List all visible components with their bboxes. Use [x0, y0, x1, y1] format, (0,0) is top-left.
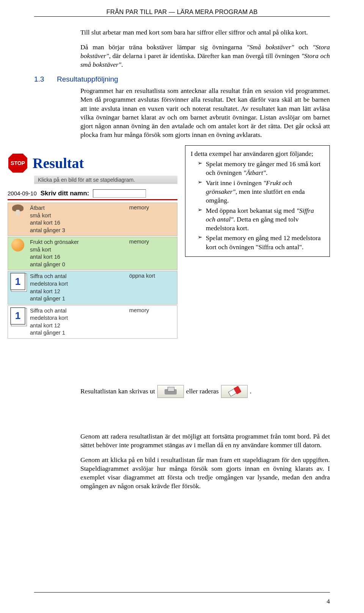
- example-bullet: Spelat memory tre gånger med 16 små kort…: [198, 160, 324, 178]
- row-thumb[interactable]: [8, 203, 28, 217]
- intro-para-2: Då man börjar träna bokstäver lämpar sig…: [80, 43, 330, 69]
- orange-icon: [11, 239, 24, 251]
- row-mode: öppna kort: [128, 271, 177, 280]
- result-subtitle: Klicka på en bild för att se stapeldiagr…: [34, 176, 177, 184]
- print-button[interactable]: [157, 385, 184, 398]
- row-thumb[interactable]: [8, 237, 28, 253]
- text: .: [250, 387, 251, 395]
- name-input[interactable]: [93, 189, 146, 198]
- section-heading: 1.3 Resultatuppföljning: [34, 75, 330, 83]
- row-mode: memory: [128, 203, 177, 212]
- eraser-icon: [228, 386, 240, 396]
- text: Varit inne i övningen: [206, 179, 264, 187]
- text: .: [266, 169, 267, 176]
- tail-para-2: Genom att klicka på en bild i resultatli…: [80, 456, 330, 490]
- mushroom-icon: [11, 204, 24, 216]
- tail-para-1: Genom att radera resultatlistan är det m…: [80, 432, 330, 450]
- result-row[interactable]: Ätbartsmå kortantal kort 16antal gånger …: [8, 203, 177, 236]
- result-screenshot: STOP Resultat Klicka på en bild för att …: [8, 153, 177, 340]
- row-thumb[interactable]: 1: [8, 271, 28, 292]
- text: Då man börjar träna bokstäver lämpar sig…: [80, 43, 247, 51]
- footer-rule: [34, 592, 330, 593]
- row-info: Siffra och antalmedelstora kortantal kor…: [28, 306, 128, 338]
- result-row[interactable]: Frukt och grönsakersmå kortantal kort 16…: [8, 237, 177, 270]
- date-text: 2004-09-10: [8, 190, 37, 196]
- text: "Ätbart": [243, 169, 266, 176]
- printer-icon: [165, 387, 177, 396]
- text: .: [121, 61, 123, 68]
- row-info: Ätbartsmå kortantal kort 16antal gånger …: [28, 203, 128, 236]
- row-info: Siffra och antalmedelstora kortantal kor…: [28, 271, 128, 304]
- row-info: Frukt och grönsakersmå kortantal kort 16…: [28, 237, 128, 270]
- body-para-1: Programmet har en resultatlista som ante…: [80, 86, 330, 139]
- example-bullet: Med öppna kort bekantat sig med "Siffra …: [198, 206, 324, 233]
- erase-button[interactable]: [221, 385, 248, 398]
- row-mode: memory: [128, 306, 177, 315]
- util-line: Resultatlistan kan skrivas ut eller rade…: [80, 385, 330, 398]
- stop-icon[interactable]: STOP: [8, 153, 28, 173]
- divider: [8, 199, 177, 200]
- row-thumb[interactable]: 1: [8, 306, 28, 326]
- name-label: Skriv ditt namn:: [41, 190, 89, 197]
- stop-label: STOP: [8, 153, 28, 173]
- text: "Små bokstäver": [247, 43, 294, 51]
- section-title: Resultatuppföljning: [57, 75, 118, 83]
- intro-para-1: Till slut arbetar man med kort som bara …: [80, 28, 330, 37]
- text: Resultatlistan kan skrivas ut: [80, 387, 155, 395]
- example-lead: I detta exempel har användaren gjort föl…: [191, 149, 324, 158]
- example-bullet: Varit inne i övningen "Frukt och grönsak…: [198, 179, 324, 205]
- example-box: I detta exempel har användaren gjort föl…: [185, 145, 330, 257]
- text: Med öppna kort bekantat sig med: [206, 207, 297, 214]
- example-bullet: Spelat memory en gång med 12 medelstora …: [198, 234, 324, 251]
- row-mode: memory: [128, 237, 177, 246]
- digit-card-icon: 1: [10, 307, 25, 325]
- text: , där delarna i paret är identiska. Däre…: [109, 52, 301, 60]
- page-number: 4: [327, 598, 330, 605]
- digit-card-icon: 1: [10, 273, 25, 290]
- text: eller raderas: [186, 387, 219, 395]
- section-number: 1.3: [34, 75, 57, 83]
- page-header: FRÅN PAR TILL PAR — LÄRA MERA PROGRAM AB: [34, 8, 330, 17]
- text: och: [294, 43, 313, 51]
- result-row[interactable]: 1Siffra och antalmedelstora kortantal ko…: [8, 305, 177, 339]
- result-title: Resultat: [33, 155, 84, 171]
- result-row[interactable]: 1Siffra och antalmedelstora kortantal ko…: [8, 271, 177, 304]
